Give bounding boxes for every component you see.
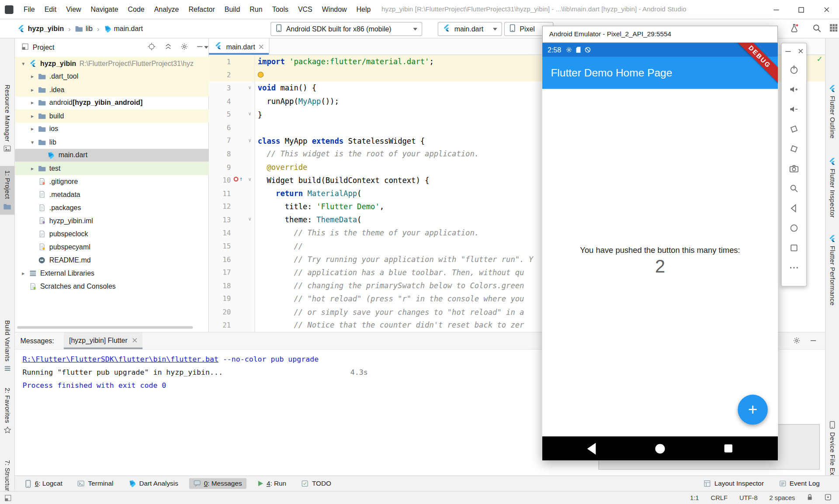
emu-minimize-button[interactable] <box>785 48 791 55</box>
menu-code[interactable]: Code <box>123 0 149 19</box>
messages-tab-flutter[interactable]: [hyzp_yibin] Flutter <box>64 332 142 349</box>
tree-row-android[interactable]: ▸android [hyzp_yibin_android] <box>15 96 209 109</box>
strip-item-1-project[interactable]: 1: Project <box>0 166 14 214</box>
menu-run[interactable]: Run <box>245 0 267 19</box>
tree-row-test[interactable]: ▸test <box>15 162 209 175</box>
project-panel-title[interactable]: Project <box>33 43 55 51</box>
menu-edit[interactable]: Edit <box>40 0 62 19</box>
status-lock-icon[interactable] <box>807 494 812 502</box>
tree-row-lib[interactable]: ▾lib <box>15 135 209 148</box>
toolbar-search-button[interactable] <box>812 24 822 35</box>
fold-marker-icon[interactable]: ∨ <box>248 138 251 143</box>
tree-row-hyzp_yibin-iml[interactable]: hyzp_yibin.iml <box>15 214 209 227</box>
emulator-rotate-right-button[interactable] <box>781 139 807 159</box>
emulator-volume-up-button[interactable] <box>781 79 807 99</box>
toolwindow-button-messages[interactable]: 0: Messages <box>189 478 246 489</box>
toolwindow-switcher[interactable] <box>4 494 12 501</box>
tree-row-ios[interactable]: ▸ios <box>15 122 209 135</box>
inspections-ok-icon[interactable]: ✓ <box>817 55 823 63</box>
emulator-volume-down-button[interactable] <box>781 99 807 119</box>
tree-row-main-dart[interactable]: main.dart <box>15 148 209 162</box>
emulator-title-bar[interactable]: Android Emulator - Pixel_2_API_29:5554 <box>542 26 778 43</box>
tree-row-hyzp_yibin[interactable]: ▾hyzp_yibin R:\FlutterProject\FlutterPro… <box>15 57 209 70</box>
tree-collapsed-arrow-icon[interactable]: ▸ <box>28 113 36 118</box>
tree-row--packages[interactable]: .packages <box>15 201 209 214</box>
console-command-link[interactable]: R:\Flutter\FlutterSDK\flutter\bin\flutte… <box>22 355 218 363</box>
fab-increment-button[interactable]: + <box>738 395 768 425</box>
project-collapse-button[interactable] <box>164 42 172 52</box>
menu-tools[interactable]: Tools <box>267 0 293 19</box>
tree-collapsed-arrow-icon[interactable]: ▸ <box>28 126 36 131</box>
menu-navigate[interactable]: Navigate <box>86 0 123 19</box>
tree-row--idea[interactable]: ▸.idea <box>15 83 209 96</box>
emulator-camera-button[interactable] <box>781 159 807 178</box>
messages-hide-button[interactable] <box>810 337 817 345</box>
emulator-screen[interactable]: 2:58 Flutter Demo Home Page DEBUG You ha… <box>542 43 778 460</box>
tree-collapsed-arrow-icon[interactable]: ▸ <box>28 73 36 79</box>
status-widget-icon[interactable] <box>825 494 832 502</box>
strip-item-flutter-performance[interactable]: Flutter Performance <box>825 235 839 306</box>
close-button[interactable] <box>814 0 839 19</box>
toolwindow-button-logcat[interactable]: 6: Logcat <box>21 478 67 489</box>
status-crlf[interactable]: CRLF <box>711 494 728 501</box>
emulator-rotate-left-button[interactable] <box>781 119 807 138</box>
maximize-button[interactable] <box>789 0 814 19</box>
horizontal-scrollbar[interactable] <box>17 326 193 329</box>
tree-row-build[interactable]: ▸build <box>15 109 209 122</box>
menu-vcs[interactable]: VCS <box>293 0 317 19</box>
menu-refactor[interactable]: Refactor <box>184 0 219 19</box>
emulator-power-button[interactable] <box>781 59 807 79</box>
tree-collapsed-arrow-icon[interactable]: ▸ <box>28 86 36 92</box>
emulator-zoom-button[interactable] <box>781 178 807 198</box>
tree-expanded-arrow-icon[interactable]: ▾ <box>19 60 27 66</box>
strip-item-flutter-outline[interactable]: Flutter Outline <box>825 85 839 139</box>
tree-collapsed-arrow-icon[interactable]: ▸ <box>28 166 36 171</box>
strip-item-build-variants[interactable]: Build Variants <box>0 320 14 372</box>
project-target-button[interactable] <box>147 42 156 52</box>
toolwindow-button-run[interactable]: 4: Run <box>253 478 291 489</box>
status-utf-8[interactable]: UTF-8 <box>739 494 758 501</box>
messages-gear-button[interactable] <box>793 337 801 346</box>
emulator-back-button[interactable] <box>781 198 807 218</box>
nav-home-button[interactable] <box>649 436 671 460</box>
tab-close-icon[interactable] <box>259 42 263 50</box>
project-hide-button[interactable] <box>197 43 203 51</box>
toolwindow-button-dart-analysis[interactable]: Dart Analysis <box>124 478 183 489</box>
run-config-dropdown[interactable]: main.dart <box>438 22 502 36</box>
toolwindow-button-todo[interactable]: TODO <box>297 478 336 489</box>
toolwindow-button-event-log[interactable]: Event Log <box>775 478 824 489</box>
tree-row-External-Libraries[interactable]: ▸External Libraries <box>15 267 209 280</box>
tree-collapsed-arrow-icon[interactable]: ▸ <box>28 100 36 105</box>
toolwindow-button-terminal[interactable]: Terminal <box>73 478 118 489</box>
menu-build[interactable]: Build <box>220 0 245 19</box>
project-gear-button[interactable] <box>180 42 188 52</box>
menu-analyze[interactable]: Analyze <box>149 0 184 19</box>
tree-row--metadata[interactable]: .metadata <box>15 188 209 201</box>
tree-row-pubspecyaml[interactable]: pubspecyaml <box>15 240 209 253</box>
editor-tab-main-dart[interactable]: main.dart <box>209 38 270 55</box>
intention-bulb-icon[interactable] <box>258 72 263 78</box>
breadcrumb-item-main-dart[interactable]: main.dart <box>114 24 143 32</box>
fold-marker-icon[interactable]: ∨ <box>248 111 251 116</box>
tree-row--gitignore[interactable]: .gitignore <box>15 175 209 188</box>
fold-marker-icon[interactable]: ∨ <box>248 216 251 221</box>
menu-window[interactable]: Window <box>317 0 352 19</box>
tree-collapsed-arrow-icon[interactable]: ▸ <box>19 270 27 276</box>
breadcrumb-item-lib[interactable]: lib <box>86 24 93 32</box>
menu-view[interactable]: View <box>61 0 86 19</box>
fold-marker-icon[interactable]: ∨ <box>248 85 251 90</box>
strip-item-2-favorites[interactable]: 2: Favorites <box>0 388 14 434</box>
strip-item-resource-manager[interactable]: Resource Manager <box>0 85 14 152</box>
device-selector-dropdown[interactable]: Android SDK built for x86 (mobile) <box>270 22 422 36</box>
minimize-button[interactable] <box>763 0 789 19</box>
status-1-1[interactable]: 1:1 <box>690 494 699 501</box>
menu-file[interactable]: File <box>19 0 40 19</box>
toolbar-grid-button[interactable] <box>829 24 838 34</box>
toolwindow-button-layout-inspector[interactable]: Layout Inspector <box>699 478 768 489</box>
emulator-more-button[interactable] <box>781 258 807 277</box>
emulator-overview-button[interactable] <box>781 238 807 257</box>
messages-tab-close-icon[interactable] <box>132 336 137 344</box>
status-2-spaces[interactable]: 2 spaces <box>770 494 795 501</box>
emulator-home-button[interactable] <box>781 218 807 238</box>
tree-row-pubspeclock[interactable]: pubspeclock <box>15 227 209 240</box>
